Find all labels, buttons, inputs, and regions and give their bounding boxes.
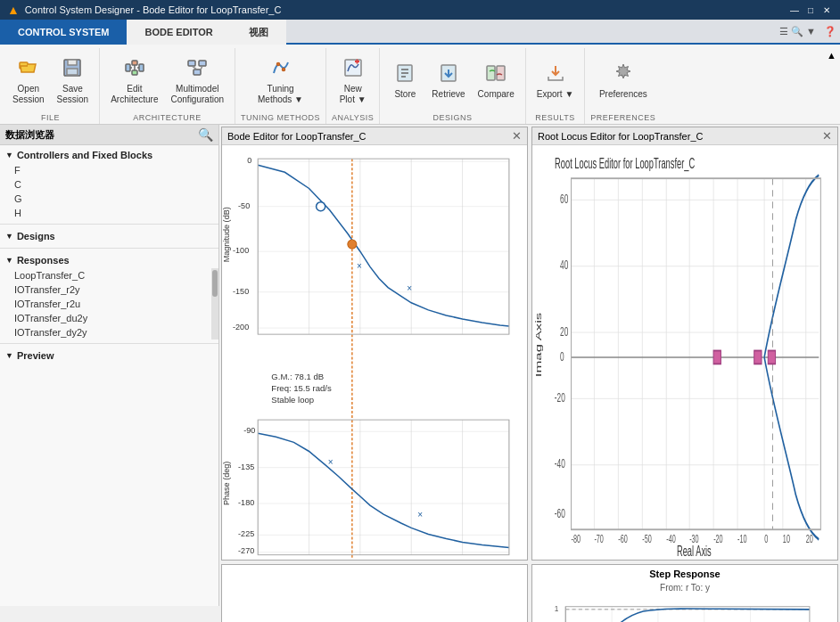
sidebar-item-H[interactable]: H bbox=[0, 206, 218, 220]
edit-architecture-button[interactable]: EditArchitecture bbox=[105, 53, 163, 109]
responses-header[interactable]: ▼ Responses bbox=[0, 252, 218, 268]
title-bar: ▲ Control System Designer - Bode Editor … bbox=[0, 0, 840, 20]
close-button[interactable]: ✕ bbox=[820, 4, 833, 16]
svg-text:-90: -90 bbox=[243, 426, 255, 435]
save-icon bbox=[62, 57, 83, 82]
tuning-methods-button[interactable]: TuningMethods ▼ bbox=[252, 53, 309, 109]
open-session-label: OpenSession bbox=[12, 84, 45, 105]
controllers-section: ▼ Controllers and Fixed Blocks F C G H bbox=[0, 145, 218, 222]
svg-point-17 bbox=[282, 68, 284, 70]
step-response-title: Step Response bbox=[649, 569, 720, 579]
retrieve-button[interactable]: Retrieve bbox=[426, 59, 470, 103]
responses-scrollbar[interactable] bbox=[211, 268, 218, 340]
response-LoopTransfer_C[interactable]: LoopTransfer_C bbox=[0, 268, 218, 282]
sidebar-item-C[interactable]: C bbox=[0, 177, 218, 192]
export-button[interactable]: Export ▼ bbox=[531, 59, 580, 103]
maximize-button[interactable]: □ bbox=[804, 4, 817, 16]
sidebar-item-G[interactable]: G bbox=[0, 192, 218, 206]
toolbar-icons: ☰ 🔍 ▼ ❓ bbox=[779, 26, 836, 37]
top-plots-row: Bode Editor for LoopTransfer_C ✕ 0 -50 -… bbox=[219, 125, 840, 562]
architecture-group-label: ARCHITECTURE bbox=[133, 113, 202, 124]
svg-text:-10: -10 bbox=[737, 532, 747, 545]
response-IOTransfer_r2y[interactable]: IOTransfer_r2y bbox=[0, 282, 218, 297]
ribbon-collapse[interactable]: ▲ bbox=[825, 48, 838, 62]
svg-text:-50: -50 bbox=[642, 532, 652, 545]
svg-text:-20: -20 bbox=[713, 532, 723, 545]
multimodel-icon bbox=[186, 57, 208, 82]
ribbon-content: OpenSession SaveSession FILE bbox=[0, 45, 840, 125]
svg-text:-180: -180 bbox=[238, 498, 254, 507]
ribbon-group-analysis: NewPlot ▼ ANALYSIS bbox=[326, 48, 380, 124]
file-group-label: FILE bbox=[41, 113, 60, 124]
svg-text:Root Locus Editor for LoopTran: Root Locus Editor for LoopTransfer_C bbox=[555, 155, 695, 172]
open-session-button[interactable]: OpenSession bbox=[7, 53, 50, 109]
preview-section: ▼ Preview bbox=[0, 346, 218, 365]
svg-text:1: 1 bbox=[555, 604, 559, 613]
ribbon-tabs: CONTROL SYSTEM BODE EDITOR 视图 ☰ 🔍 ▼ ❓ bbox=[0, 20, 840, 45]
controllers-header[interactable]: ▼ Controllers and Fixed Blocks bbox=[0, 147, 218, 163]
divider-3 bbox=[0, 343, 218, 344]
svg-text:-70: -70 bbox=[594, 532, 604, 545]
svg-text:-200: -200 bbox=[233, 323, 249, 331]
compare-button[interactable]: Compare bbox=[473, 59, 520, 103]
controllers-arrow: ▼ bbox=[5, 151, 13, 160]
response-IOTransfer_du2y[interactable]: IOTransfer_du2y bbox=[0, 311, 218, 325]
svg-text:0: 0 bbox=[247, 156, 251, 165]
bottom-plots-row: Step Response From: r To: y 1 0.8 0.6 0.… bbox=[219, 562, 840, 622]
new-plot-button[interactable]: NewPlot ▼ bbox=[334, 53, 373, 109]
svg-text:Imag Axis: Imag Axis bbox=[534, 312, 543, 377]
save-session-button[interactable]: SaveSession bbox=[52, 53, 95, 109]
root-locus-chart: Root Locus Editor for LoopTransfer_C 60 … bbox=[532, 145, 837, 560]
minimize-button[interactable]: — bbox=[788, 4, 801, 16]
designs-header[interactable]: ▼ Designs bbox=[0, 228, 218, 244]
main-area: 数据浏览器 🔍 ▼ Controllers and Fixed Blocks F… bbox=[0, 125, 840, 606]
bode-close-btn[interactable]: ✕ bbox=[512, 129, 522, 143]
tuning-methods-label: TuningMethods ▼ bbox=[258, 84, 303, 105]
svg-point-16 bbox=[276, 62, 279, 65]
svg-rect-5 bbox=[139, 64, 144, 71]
bode-panel-title: Bode Editor for LoopTransfer_C bbox=[227, 131, 366, 142]
response-IOTransfer_dy2y[interactable]: IOTransfer_dy2y bbox=[0, 325, 218, 340]
step-response-body: 1 0.8 0.6 0.4 0.2 0 Amplitude 0 500 1000… bbox=[532, 593, 837, 622]
svg-text:×: × bbox=[357, 261, 362, 271]
preferences-label: Preferences bbox=[599, 89, 647, 100]
preferences-button[interactable]: Preferences bbox=[594, 59, 653, 103]
svg-point-47 bbox=[317, 202, 325, 211]
response-IOTransfer_r2u[interactable]: IOTransfer_r2u bbox=[0, 297, 218, 311]
svg-text:-60: -60 bbox=[555, 506, 565, 521]
root-locus-body: Root Locus Editor for LoopTransfer_C 60 … bbox=[532, 145, 837, 560]
tab-view[interactable]: 视图 bbox=[231, 20, 286, 45]
tab-bode-editor[interactable]: BODE EDITOR bbox=[127, 20, 230, 45]
responses-section: ▼ Responses LoopTransfer_C IOTransfer_r2… bbox=[0, 250, 218, 341]
results-group-label: RESULTS bbox=[535, 113, 574, 124]
designs-group-label: DESIGNS bbox=[433, 113, 473, 124]
svg-text:-270: -270 bbox=[238, 546, 254, 555]
sidebar-search-icon[interactable]: 🔍 bbox=[198, 127, 213, 142]
root-locus-close-btn[interactable]: ✕ bbox=[822, 129, 832, 143]
svg-rect-27 bbox=[497, 66, 505, 80]
svg-rect-123 bbox=[754, 350, 762, 364]
svg-rect-12 bbox=[199, 61, 206, 66]
store-button[interactable]: Store bbox=[385, 59, 424, 103]
edit-arch-icon bbox=[124, 57, 145, 82]
preview-header[interactable]: ▼ Preview bbox=[0, 348, 218, 364]
svg-rect-125 bbox=[572, 178, 821, 529]
svg-text:0: 0 bbox=[764, 532, 768, 545]
root-locus-panel: Root Locus Editor for LoopTransfer_C ✕ R… bbox=[531, 127, 838, 561]
bode-editor-panel: Bode Editor for LoopTransfer_C ✕ 0 -50 -… bbox=[221, 127, 528, 561]
ribbon-group-results: Export ▼ RESULTS bbox=[526, 48, 586, 124]
tab-control-system[interactable]: CONTROL SYSTEM bbox=[0, 20, 127, 45]
sidebar-header: 数据浏览器 🔍 bbox=[0, 125, 218, 145]
svg-text:-135: -135 bbox=[238, 462, 254, 471]
multimodel-config-button[interactable]: MultimodelConfiguration bbox=[166, 53, 229, 109]
edit-architecture-label: EditArchitecture bbox=[111, 84, 158, 105]
svg-text:-40: -40 bbox=[555, 456, 565, 471]
svg-text:10: 10 bbox=[783, 532, 790, 545]
open-icon bbox=[18, 57, 39, 82]
window-title: Control System Designer - Bode Editor fo… bbox=[25, 4, 282, 15]
svg-text:Magnitude (dB): Magnitude (dB) bbox=[222, 207, 231, 262]
sidebar-item-F[interactable]: F bbox=[0, 163, 218, 177]
ribbon-group-architecture: EditArchitecture MultimodelConfiguration… bbox=[100, 48, 235, 124]
tuning-icon bbox=[270, 57, 292, 82]
new-plot-label: NewPlot ▼ bbox=[340, 84, 366, 105]
